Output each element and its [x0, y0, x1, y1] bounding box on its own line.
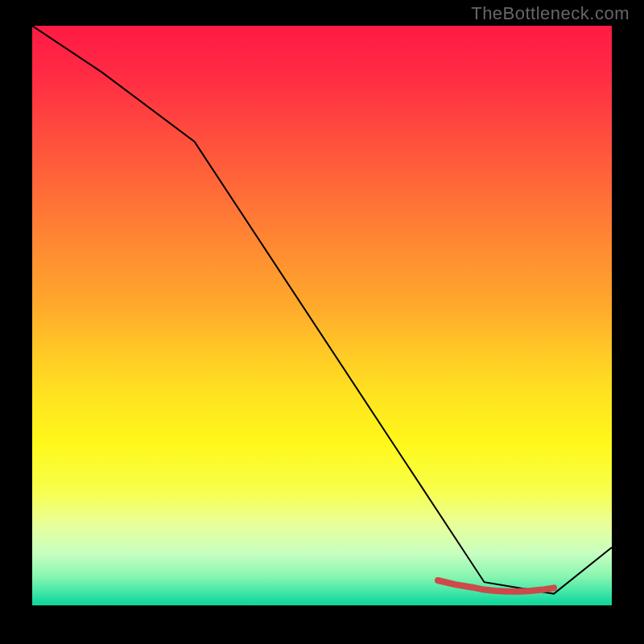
plot-background-gradient [32, 26, 612, 605]
chart-container: TheBottleneck.com [0, 0, 644, 644]
watermark-text: TheBottleneck.com [471, 3, 630, 24]
